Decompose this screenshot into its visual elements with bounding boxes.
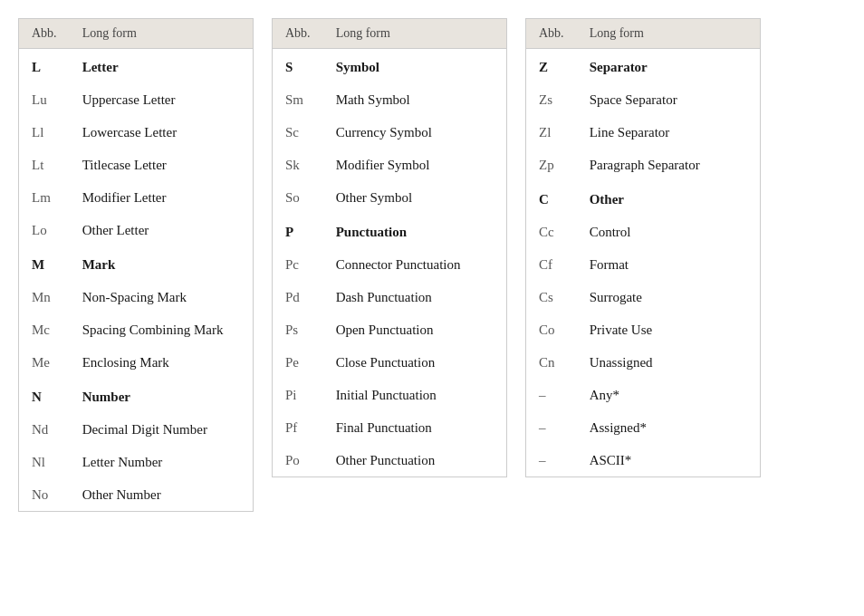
table-row: PoOther Punctuation: [273, 444, 507, 477]
table-symbol-punctuation: Abb.Long formSSymbolSmMath SymbolScCurre…: [272, 18, 507, 477]
table-row: CsSurrogate: [526, 281, 761, 313]
table-row: CcControl: [526, 216, 761, 248]
long-form-cell: Separator: [577, 49, 761, 84]
table-row: ZsSpace Separator: [526, 83, 761, 116]
table-row: SSymbol: [273, 49, 507, 84]
table-row: LmModifier Letter: [19, 181, 254, 214]
table-row: LLetter: [19, 49, 254, 84]
long-form-cell: Connector Punctuation: [323, 248, 507, 281]
abb-cell: Sk: [273, 149, 323, 181]
long-form-header: Long form: [577, 19, 761, 49]
table-row: SkModifier Symbol: [273, 149, 507, 181]
table-row: COther: [526, 181, 761, 216]
abb-cell: –: [526, 411, 577, 444]
table-row: MMark: [19, 246, 254, 281]
abb-cell: P: [273, 214, 323, 248]
abb-cell: Po: [273, 444, 323, 477]
abb-cell: Zl: [526, 116, 577, 149]
table-row: LlLowercase Letter: [19, 116, 254, 149]
long-form-cell: Decimal Digit Number: [70, 413, 254, 446]
long-form-cell: Non-Spacing Mark: [70, 281, 254, 313]
abb-cell: Lo: [19, 214, 70, 246]
table-row: CnUnassigned: [526, 346, 761, 379]
table-row: ZlLine Separator: [526, 116, 761, 149]
abb-cell: –: [526, 379, 577, 411]
long-form-cell: Number: [70, 379, 254, 413]
table-row: LtTitlecase Letter: [19, 149, 254, 181]
long-form-cell: Control: [577, 216, 761, 248]
long-form-cell: Math Symbol: [323, 83, 507, 116]
abb-cell: Lm: [19, 181, 70, 214]
table-row: NNumber: [19, 379, 254, 413]
long-form-header: Long form: [70, 19, 254, 49]
table-row: MeEnclosing Mark: [19, 346, 254, 379]
long-form-cell: Modifier Letter: [70, 181, 254, 214]
table-row: PsOpen Punctuation: [273, 313, 507, 346]
long-form-cell: Open Punctuation: [323, 313, 507, 346]
abb-cell: Pd: [273, 281, 323, 313]
abb-cell: Lu: [19, 83, 70, 116]
abb-cell: S: [273, 49, 323, 84]
long-form-cell: ASCII*: [577, 444, 761, 477]
abb-cell: –: [526, 444, 577, 477]
abb-cell: C: [526, 181, 577, 216]
long-form-cell: Dash Punctuation: [323, 281, 507, 313]
table-row: SoOther Symbol: [273, 181, 507, 214]
abb-header: Abb.: [526, 19, 577, 49]
abb-cell: Cn: [526, 346, 577, 379]
abb-cell: Lt: [19, 149, 70, 181]
long-form-cell: Titlecase Letter: [70, 149, 254, 181]
long-form-cell: Spacing Combining Mark: [70, 313, 254, 346]
long-form-cell: Symbol: [323, 49, 507, 84]
table-row: NoOther Number: [19, 478, 254, 512]
long-form-cell: Other Symbol: [323, 181, 507, 214]
abb-header: Abb.: [19, 19, 70, 49]
abb-cell: Cc: [526, 216, 577, 248]
abb-cell: Pe: [273, 346, 323, 379]
long-form-cell: Surrogate: [577, 281, 761, 313]
abb-cell: Zs: [526, 83, 577, 116]
abb-cell: No: [19, 478, 70, 512]
abb-cell: Pi: [273, 379, 323, 411]
table-row: PfFinal Punctuation: [273, 411, 507, 444]
abb-cell: Pc: [273, 248, 323, 281]
abb-cell: So: [273, 181, 323, 214]
table-row: PeClose Punctuation: [273, 346, 507, 379]
abb-cell: Cs: [526, 281, 577, 313]
table-row: ZSeparator: [526, 49, 761, 84]
table-row: McSpacing Combining Mark: [19, 313, 254, 346]
table-row: MnNon-Spacing Mark: [19, 281, 254, 313]
long-form-cell: Uppercase Letter: [70, 83, 254, 116]
long-form-cell: Initial Punctuation: [323, 379, 507, 411]
table-row: NlLetter Number: [19, 446, 254, 478]
long-form-cell: Other Punctuation: [323, 444, 507, 477]
abb-cell: Mc: [19, 313, 70, 346]
long-form-cell: Final Punctuation: [323, 411, 507, 444]
long-form-cell: Paragraph Separator: [577, 149, 761, 181]
table-row: –Any*: [526, 379, 761, 411]
long-form-cell: Unassigned: [577, 346, 761, 379]
abb-cell: Sm: [273, 83, 323, 116]
long-form-cell: Other Number: [70, 478, 254, 512]
long-form-cell: Currency Symbol: [323, 116, 507, 149]
table-row: CfFormat: [526, 248, 761, 281]
long-form-cell: Private Use: [577, 313, 761, 346]
table-row: NdDecimal Digit Number: [19, 413, 254, 446]
abb-cell: Ps: [273, 313, 323, 346]
table-row: CoPrivate Use: [526, 313, 761, 346]
table-row: PPunctuation: [273, 214, 507, 248]
long-form-cell: Format: [577, 248, 761, 281]
table-row: SmMath Symbol: [273, 83, 507, 116]
long-form-header: Long form: [323, 19, 507, 49]
abb-cell: Nd: [19, 413, 70, 446]
table-row: PiInitial Punctuation: [273, 379, 507, 411]
table-row: LuUppercase Letter: [19, 83, 254, 116]
table-row: –Assigned*: [526, 411, 761, 444]
table-letter-mark-number: Abb.Long formLLetterLuUppercase LetterLl…: [18, 18, 254, 512]
long-form-cell: Enclosing Mark: [70, 346, 254, 379]
abb-cell: Nl: [19, 446, 70, 478]
abb-cell: Co: [526, 313, 577, 346]
abb-cell: Mn: [19, 281, 70, 313]
long-form-cell: Other Letter: [70, 214, 254, 246]
tables-container: Abb.Long formLLetterLuUppercase LetterLl…: [18, 18, 846, 512]
